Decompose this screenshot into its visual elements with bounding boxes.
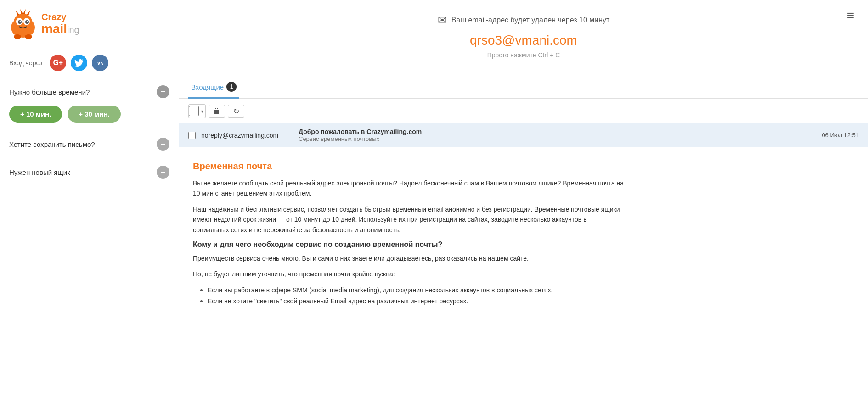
login-label: Вход через	[9, 59, 42, 67]
hamburger-menu-button[interactable]: ≡	[847, 8, 854, 22]
email-subject-wrap: Добро пожаловать в Crazymailing.com Серв…	[299, 128, 816, 142]
svg-marker-3	[20, 9, 23, 14]
main-content: ≡ ✉ Ваш email-адрес будет удален через 1…	[179, 0, 868, 403]
envelope-icon: ✉	[438, 14, 447, 27]
twitter-login-button[interactable]	[71, 55, 87, 71]
vk-login-button[interactable]: vk	[92, 55, 108, 71]
more-time-accordion: Нужно больше времени? − + 10 мин. + 30 м…	[0, 78, 179, 130]
svg-marker-2	[16, 10, 19, 16]
more-time-label: Нужно больше времени?	[9, 88, 90, 96]
twitter-icon	[74, 59, 84, 67]
inbox-tab[interactable]: Входящие 1	[188, 77, 239, 99]
top-bar: ≡	[847, 9, 854, 22]
email-delete-notice: ✉ Ваш email-адрес будет удален через 10 …	[188, 14, 859, 27]
logo-crazy: Crazy	[41, 12, 79, 22]
new-mailbox-label: Нужен новый ящик	[9, 168, 70, 176]
logo-text: Crazy mailing	[41, 12, 79, 36]
collapse-icon[interactable]: −	[157, 85, 169, 98]
expand-mailbox-icon[interactable]: +	[157, 166, 169, 179]
expand-save-icon[interactable]: +	[157, 138, 169, 151]
list-item-2: Если не хотите "светить" свой реальный E…	[202, 296, 625, 307]
email-subject: Добро пожаловать в Crazymailing.com	[299, 128, 816, 135]
refresh-button[interactable]: ↻	[228, 105, 244, 118]
new-mailbox-header[interactable]: Нужен новый ящик +	[0, 158, 179, 186]
select-dropdown-arrow[interactable]: ▾	[199, 105, 205, 118]
new-mailbox-accordion: Нужен новый ящик +	[0, 158, 179, 186]
sidebar: Crazy mailing Вход через G+ vk	[0, 0, 179, 403]
svg-point-10	[20, 21, 21, 22]
list-item-1: Если вы работаете в сфере SMM (social me…	[202, 285, 625, 296]
add-30-min-button[interactable]: + 30 мин.	[68, 106, 120, 123]
article-para-1: Вы не желаете сообщать свой реальный адр…	[193, 178, 625, 199]
svg-point-12	[14, 34, 21, 39]
logo-mailing: mailing	[41, 22, 79, 36]
inbox-toolbar: ▾ 🗑 ↻	[179, 99, 868, 123]
delete-notice-text: Ваш email-адрес будет удален через 10 ми…	[451, 16, 610, 24]
logo-area: Crazy mailing	[0, 0, 179, 48]
social-login-section: Вход через G+ vk	[0, 48, 179, 78]
article-subtitle: Кому и для чего необходим сервис по созд…	[193, 241, 625, 249]
email-preview: Сервис временных почтовых	[299, 135, 816, 142]
inbox-tab-label: Входящие	[191, 83, 224, 91]
svg-point-11	[27, 21, 28, 22]
trash-icon: 🗑	[213, 107, 220, 115]
article-para-3: Преимуществ сервиса очень много. Вы и са…	[193, 253, 625, 263]
email-date: 06 Июл 12:51	[822, 132, 859, 139]
inbox-badge: 1	[226, 82, 237, 92]
copy-hint: Просто нажмите Ctrl + C	[188, 51, 859, 59]
svg-marker-4	[23, 9, 26, 14]
email-from: noreply@crazymailing.com	[201, 132, 293, 139]
email-list-item[interactable]: noreply@crazymailing.com Добро пожаловат…	[179, 123, 868, 147]
add-10-min-button[interactable]: + 10 мин.	[9, 106, 62, 123]
svg-marker-5	[27, 10, 30, 16]
more-time-header[interactable]: Нужно больше времени? −	[0, 78, 179, 106]
save-letter-accordion: Хотите сохранить письмо? +	[0, 130, 179, 158]
inbox-tabs: Входящие 1	[179, 77, 868, 99]
save-letter-header[interactable]: Хотите сохранить письмо? +	[0, 130, 179, 158]
logo-monster-icon	[9, 9, 37, 39]
article-section: Временная почта Вы не желаете сообщать с…	[179, 147, 638, 320]
save-letter-label: Хотите сохранить письмо?	[9, 140, 95, 148]
time-buttons-group: + 10 мин. + 30 мин.	[0, 106, 179, 130]
article-para-2: Наш надёжный и бесплатный сервис, позвол…	[193, 204, 625, 235]
article-list: Если вы работаете в сфере SMM (social me…	[193, 285, 625, 307]
select-all-checkbox[interactable]	[189, 105, 199, 118]
article-title: Временная почта	[193, 161, 625, 172]
google-login-button[interactable]: G+	[50, 55, 66, 71]
temp-email-address[interactable]: qrso3@vmani.com	[188, 33, 859, 48]
email-info-section: ✉ Ваш email-адрес будет удален через 10 …	[179, 0, 868, 68]
refresh-icon: ↻	[233, 107, 239, 116]
email-row-checkbox[interactable]	[188, 132, 196, 139]
svg-point-13	[25, 34, 32, 39]
delete-button[interactable]: 🗑	[209, 105, 225, 118]
select-all-wrap: ▾	[188, 104, 206, 118]
article-para-4: Но, не будет лишним уточнить, что времен…	[193, 269, 625, 279]
